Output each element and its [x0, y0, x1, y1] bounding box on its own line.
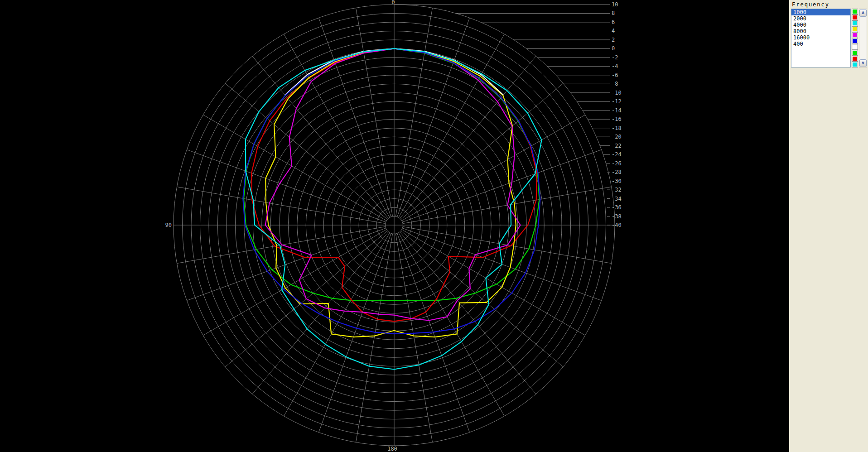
scale-label: -6 [612, 72, 618, 78]
scale-label: -22 [612, 143, 622, 149]
color-swatch-3[interactable] [852, 26, 858, 32]
scale-label: -10 [612, 90, 622, 96]
scale-label: -26 [612, 160, 622, 167]
frequency-item-1000[interactable]: 1000 [791, 9, 850, 15]
grid-spoke [284, 233, 390, 416]
frequency-item-400[interactable]: 400 [791, 41, 850, 47]
color-swatch-0[interactable] [852, 9, 858, 14]
scale-label: -8 [612, 81, 618, 87]
color-swatch-9[interactable] [852, 62, 858, 67]
grid-spoke [402, 149, 601, 222]
grid-spoke [177, 226, 385, 263]
scale-label: -20 [612, 134, 622, 140]
scale-label: 0 [612, 45, 615, 52]
color-swatch-8[interactable] [852, 56, 858, 62]
scale-label: 6 [612, 19, 615, 25]
angle-label-90: 90 [165, 222, 172, 228]
color-swatch-column [851, 9, 858, 67]
angle-label-0: 0 [391, 0, 395, 5]
frequency-controls: 100020004000800016000400 ∧ ∨ [791, 9, 867, 67]
scale-label: -4 [612, 63, 618, 69]
scale-label: 2 [612, 37, 615, 43]
grid-spoke [203, 230, 386, 336]
grid-spoke [397, 18, 470, 216]
frequency-panel-title: Frequency [792, 1, 867, 8]
grid-spoke [318, 18, 391, 216]
frequency-listbox[interactable]: 100020004000800016000400 [791, 9, 851, 67]
color-swatch-5[interactable] [852, 38, 858, 44]
scale-label: -14 [612, 107, 622, 114]
scale-label: -24 [612, 151, 622, 158]
color-swatch-4[interactable] [852, 32, 858, 38]
frequency-item-16000[interactable]: 16000 [791, 34, 850, 41]
grid-spoke [395, 8, 432, 216]
frequency-scrollbar[interactable]: ∧ ∨ [859, 9, 867, 67]
frequency-item-4000[interactable]: 4000 [791, 22, 850, 28]
scale-label: -18 [612, 125, 622, 131]
grid-spoke [356, 234, 392, 442]
scale-label: 10 [612, 1, 618, 8]
scale-label: 8 [612, 10, 615, 16]
scale-label: -34 [612, 196, 622, 202]
grid-spoke [395, 234, 432, 442]
app-window: 1086420-2-4-6-8-10-12-14-16-18-20-22-24-… [0, 0, 868, 452]
color-swatch-6[interactable] [852, 44, 858, 50]
grid-spoke [356, 8, 392, 216]
scale-label: -16 [612, 116, 622, 122]
scale-label: -40 [612, 222, 622, 228]
grid-spoke [399, 233, 505, 416]
color-swatch-1[interactable] [852, 14, 858, 20]
scroll-down-button[interactable]: ∨ [859, 59, 867, 67]
scroll-up-button[interactable]: ∧ [859, 9, 867, 17]
frequency-item-8000[interactable]: 8000 [791, 28, 850, 34]
grid-spoke [187, 149, 386, 222]
curve-1000 [244, 48, 539, 300]
scale-label: -32 [612, 187, 622, 193]
frequency-panel: Frequency 100020004000800016000400 ∧ ∨ [789, 0, 868, 452]
color-swatch-2[interactable] [852, 20, 858, 26]
scale-label: -30 [612, 178, 622, 184]
scale-label: -12 [612, 98, 622, 105]
color-swatch-7[interactable] [852, 50, 858, 56]
angle-label-180: 180 [387, 446, 397, 452]
scale-label: -28 [612, 169, 622, 175]
scale-label: -2 [612, 54, 618, 61]
grid-spoke [402, 230, 585, 336]
scale-label: -38 [612, 213, 622, 220]
frequency-item-2000[interactable]: 2000 [791, 15, 850, 22]
polar-chart: 1086420-2-4-6-8-10-12-14-16-18-20-22-24-… [0, 0, 789, 452]
grid-spoke [402, 115, 585, 221]
scale-label: -36 [612, 204, 622, 211]
scale-label: 4 [612, 28, 615, 34]
curve-8000 [265, 48, 516, 337]
grid-spoke [203, 115, 386, 221]
grid-spoke [177, 187, 385, 223]
